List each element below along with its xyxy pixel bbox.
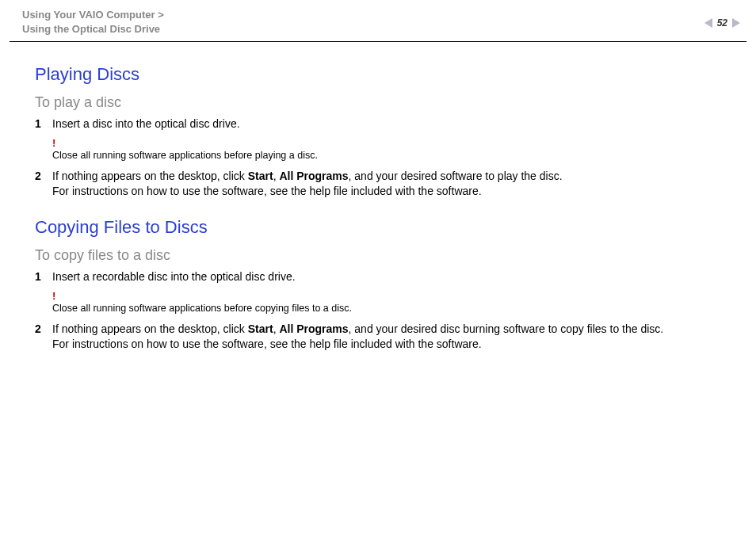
text-fragment: For instructions on how to use the softw… <box>52 185 482 197</box>
bold-allprograms: All Programs <box>279 322 348 335</box>
step-text: Insert a recordable disc into the optica… <box>52 269 724 284</box>
warning-icon: ! <box>52 136 724 151</box>
note-text: Close all running software applications … <box>52 303 352 314</box>
prev-page-icon[interactable] <box>704 18 712 28</box>
text-fragment: For instructions on how to use the softw… <box>52 338 482 350</box>
bold-start: Start <box>248 322 273 335</box>
playing-step-1: 1 Insert a disc into the optical disc dr… <box>35 116 724 132</box>
warning-icon: ! <box>52 289 724 303</box>
step-text: If nothing appears on the desktop, click… <box>52 169 724 199</box>
playing-step-2: 2 If nothing appears on the desktop, cli… <box>35 169 724 199</box>
note-text: Close all running software applications … <box>52 150 318 161</box>
section-subtitle-copying: To copy files to a disc <box>35 246 724 265</box>
step-text: Insert a disc into the optical disc driv… <box>52 116 724 132</box>
breadcrumb-line2[interactable]: Using the Optical Disc Drive <box>22 22 164 36</box>
section-subtitle-playing: To play a disc <box>35 93 724 112</box>
bold-allprograms: All Programs <box>279 170 348 182</box>
bold-start: Start <box>248 170 273 182</box>
text-fragment: , and your desired disc burning software… <box>349 322 664 335</box>
text-fragment: If nothing appears on the desktop, click <box>52 170 248 182</box>
page-number: 52 <box>717 17 727 29</box>
copying-step-2: 2 If nothing appears on the desktop, cli… <box>35 322 724 352</box>
breadcrumb: Using Your VAIO Computer Using the Optic… <box>22 8 164 36</box>
page-header: Using Your VAIO Computer Using the Optic… <box>0 0 756 41</box>
section-title-copying: Copying Files to Discs <box>35 216 724 239</box>
step-number: 2 <box>35 322 52 352</box>
step-number: 1 <box>35 116 52 132</box>
section-title-playing: Playing Discs <box>35 63 724 86</box>
playing-note: ! Close all running software application… <box>52 136 724 162</box>
next-page-icon[interactable] <box>732 18 740 28</box>
page-content: Playing Discs To play a disc 1 Insert a … <box>0 42 756 351</box>
text-fragment: , and your desired software to play the … <box>349 170 563 182</box>
step-text: If nothing appears on the desktop, click… <box>52 322 724 352</box>
text-fragment: If nothing appears on the desktop, click <box>52 322 248 335</box>
copying-note: ! Close all running software application… <box>52 289 724 315</box>
page-nav: 52 <box>704 8 740 29</box>
step-number: 2 <box>35 169 52 199</box>
step-number: 1 <box>35 269 52 284</box>
copying-step-1: 1 Insert a recordable disc into the opti… <box>35 269 724 284</box>
breadcrumb-line1[interactable]: Using Your VAIO Computer <box>22 8 164 22</box>
